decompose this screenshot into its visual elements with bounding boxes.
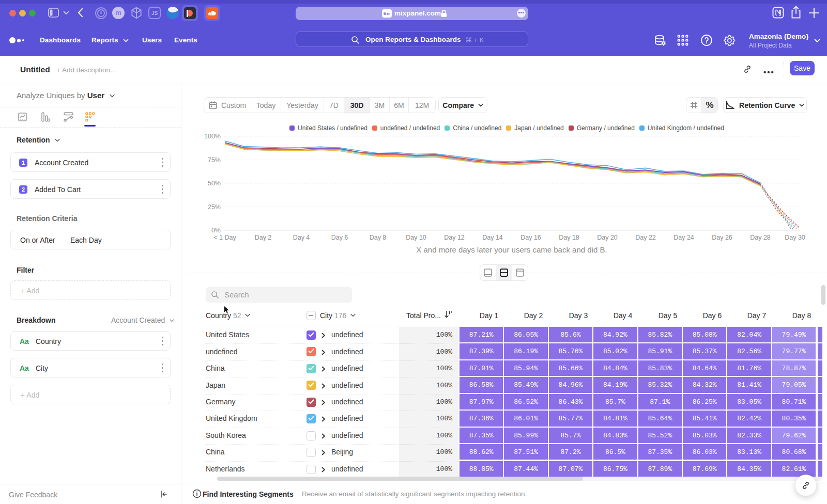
svg-text:Day 26: Day 26 [712,234,732,241]
svg-text:Day 18: Day 18 [559,234,579,241]
svg-text:X and more days later your use: X and more days later your users came ba… [416,245,607,254]
svg-text:Day 12: Day 12 [444,234,465,241]
svg-text:Day 24: Day 24 [673,234,694,241]
svg-text:Day 22: Day 22 [635,234,656,241]
svg-text:Day 30: Day 30 [785,234,805,241]
svg-text:Day 6: Day 6 [331,234,348,241]
svg-text:25%: 25% [208,203,221,211]
svg-text:Day 4: Day 4 [293,234,310,241]
svg-text:50%: 50% [208,180,221,187]
svg-text:100%: 100% [204,133,221,140]
svg-text:75%: 75% [208,156,221,164]
svg-text:Day 16: Day 16 [520,234,541,241]
svg-text:Day 8: Day 8 [370,234,387,241]
svg-text:Day 2: Day 2 [255,234,272,241]
svg-text:Day 14: Day 14 [482,234,503,241]
svg-text:Day 10: Day 10 [406,234,426,241]
svg-text:Day 20: Day 20 [597,234,618,241]
svg-text:< 1 Day: < 1 Day [213,234,236,241]
svg-text:0%: 0% [211,227,221,234]
svg-text:Day 28: Day 28 [750,234,771,241]
